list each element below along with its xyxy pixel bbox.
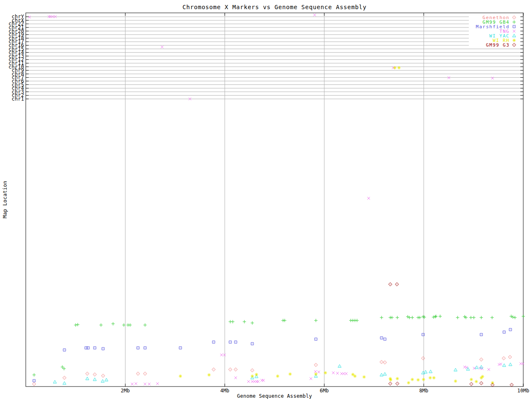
data-point bbox=[128, 323, 132, 327]
series-gm99-gb4 bbox=[32, 315, 525, 377]
data-point bbox=[257, 380, 259, 383]
data-point bbox=[33, 379, 35, 382]
data-point bbox=[143, 372, 147, 375]
data-point bbox=[380, 316, 383, 319]
data-point bbox=[136, 372, 140, 375]
data-point bbox=[432, 315, 435, 319]
data-point bbox=[424, 370, 427, 373]
data-point bbox=[93, 373, 96, 376]
data-point bbox=[283, 319, 286, 322]
data-point bbox=[470, 378, 473, 381]
series-tng bbox=[28, 14, 524, 385]
data-point bbox=[383, 361, 387, 364]
data-point bbox=[76, 323, 79, 326]
data-point bbox=[418, 316, 421, 319]
data-point bbox=[491, 381, 494, 384]
data-point bbox=[383, 372, 387, 375]
data-point bbox=[396, 377, 399, 380]
x-tick-label-4mb: 4Mb bbox=[220, 388, 229, 393]
x-tick-label-2mb: 2Mb bbox=[121, 388, 130, 393]
data-point bbox=[345, 372, 347, 375]
data-point bbox=[390, 316, 394, 319]
data-point bbox=[310, 377, 312, 380]
data-point bbox=[411, 378, 414, 381]
data-point bbox=[470, 382, 473, 386]
data-point bbox=[510, 315, 513, 318]
data-point bbox=[86, 377, 89, 380]
data-point bbox=[472, 316, 475, 319]
data-point bbox=[318, 371, 320, 373]
data-point bbox=[389, 378, 392, 382]
data-point bbox=[101, 379, 104, 382]
data-point bbox=[433, 315, 437, 318]
data-point bbox=[508, 355, 512, 359]
data-point bbox=[262, 379, 265, 382]
data-point bbox=[503, 331, 505, 333]
data-point bbox=[480, 333, 483, 336]
data-point bbox=[448, 76, 450, 79]
data-point bbox=[161, 46, 163, 48]
data-point bbox=[396, 316, 399, 319]
data-point bbox=[315, 338, 317, 340]
data-point bbox=[389, 283, 392, 286]
data-point bbox=[86, 372, 89, 375]
x-tick-label-6mb: 6Mb bbox=[320, 388, 329, 393]
data-point bbox=[137, 347, 139, 349]
data-point bbox=[513, 316, 517, 319]
data-point bbox=[389, 382, 392, 385]
data-point bbox=[491, 77, 494, 79]
data-point bbox=[395, 283, 399, 286]
data-point bbox=[408, 316, 411, 319]
data-point bbox=[421, 357, 425, 360]
data-point bbox=[32, 373, 36, 377]
data-point bbox=[488, 368, 490, 371]
data-point bbox=[411, 316, 414, 319]
data-point bbox=[179, 374, 182, 378]
data-point bbox=[380, 373, 383, 376]
series-wi-rh bbox=[179, 66, 494, 384]
data-point bbox=[429, 376, 432, 379]
data-point bbox=[522, 315, 525, 318]
data-point bbox=[480, 358, 483, 361]
data-point bbox=[63, 382, 66, 384]
data-point bbox=[234, 368, 237, 371]
data-point bbox=[522, 362, 524, 365]
data-point bbox=[407, 381, 410, 384]
data-point bbox=[276, 374, 279, 378]
data-point bbox=[502, 364, 506, 367]
data-point bbox=[220, 354, 223, 356]
data-point bbox=[480, 316, 483, 319]
data-point bbox=[251, 321, 254, 325]
data-point bbox=[367, 197, 370, 200]
data-point bbox=[429, 370, 432, 373]
data-point bbox=[454, 379, 457, 383]
data-point bbox=[223, 354, 226, 356]
data-point bbox=[380, 337, 383, 339]
data-point bbox=[438, 315, 442, 318]
data-point bbox=[229, 341, 232, 343]
data-point bbox=[251, 342, 254, 345]
data-point bbox=[234, 377, 237, 379]
data-point bbox=[510, 383, 513, 387]
series-genethon bbox=[32, 355, 512, 386]
data-point bbox=[342, 372, 345, 375]
data-point bbox=[32, 382, 36, 386]
data-point bbox=[480, 382, 483, 385]
data-point bbox=[353, 374, 357, 378]
data-point bbox=[469, 316, 473, 319]
data-point bbox=[53, 380, 57, 383]
data-point bbox=[212, 341, 215, 343]
data-point bbox=[456, 316, 459, 319]
data-point bbox=[63, 349, 66, 351]
data-point bbox=[355, 319, 359, 322]
series-gm99-g3 bbox=[389, 283, 513, 387]
data-point bbox=[105, 378, 108, 381]
data-point bbox=[502, 357, 505, 360]
data-point bbox=[338, 365, 341, 367]
data-point bbox=[131, 383, 133, 385]
data-point bbox=[251, 369, 254, 372]
data-point bbox=[422, 378, 425, 381]
data-point bbox=[490, 316, 494, 319]
data-point bbox=[509, 328, 512, 331]
series-marshfield bbox=[33, 328, 512, 382]
